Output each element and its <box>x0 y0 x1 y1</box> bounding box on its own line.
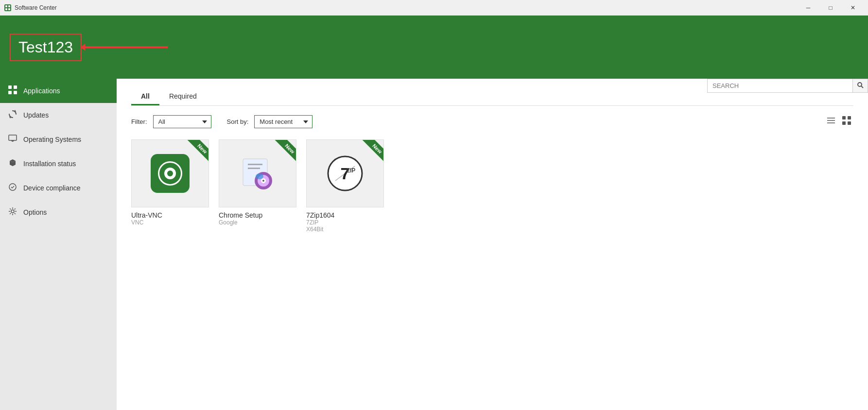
username-box: Test123 <box>10 34 82 61</box>
svg-rect-25 <box>848 116 851 120</box>
new-badge-ultra-vnc <box>177 139 209 171</box>
svg-rect-24 <box>842 116 846 120</box>
svg-marker-6 <box>80 44 85 51</box>
svg-rect-11 <box>9 135 17 140</box>
svg-rect-2 <box>8 5 10 7</box>
sidebar-item-applications[interactable]: Applications <box>0 79 117 103</box>
svg-rect-26 <box>842 121 846 125</box>
app-sub-7zip-1: 7ZIP <box>306 219 384 226</box>
app-card-ultra-vnc[interactable]: Ultra-VNC VNC <box>131 139 209 233</box>
app-grid: Ultra-VNC VNC <box>131 139 853 233</box>
app-sub-chrome: Google <box>219 219 296 226</box>
main-area: Applications Updates Operat <box>0 79 868 410</box>
sidebar-item-installation[interactable]: Installation status <box>0 152 117 176</box>
svg-rect-7 <box>8 85 12 89</box>
app-sub-ultra-vnc: VNC <box>131 219 209 226</box>
sidebar-item-operating-systems[interactable]: Operating Systems <box>0 127 117 152</box>
app-image-7zip: 7 ZIP <box>306 139 384 207</box>
tab-all[interactable]: All <box>131 88 159 105</box>
os-icon <box>8 134 17 145</box>
titlebar: Software Center ─ □ ✕ <box>0 0 868 16</box>
filter-label: Filter: <box>131 118 147 125</box>
applications-icon <box>8 85 17 96</box>
svg-rect-10 <box>14 91 17 94</box>
sidebar-label-installation: Installation status <box>23 160 76 168</box>
svg-point-34 <box>262 180 264 182</box>
grid-view-button[interactable] <box>840 114 853 130</box>
list-view-button[interactable] <box>824 114 838 130</box>
svg-line-20 <box>861 86 863 88</box>
username-label: Test123 <box>18 38 73 56</box>
filter-select[interactable]: All Required Available <box>153 115 211 128</box>
svg-rect-9 <box>8 91 12 94</box>
search-container <box>707 79 868 93</box>
app-card-7zip[interactable]: 7 ZIP 7Zip1604 7ZIP X64Bit <box>306 139 384 233</box>
compliance-icon <box>8 183 17 193</box>
app-card-chrome[interactable]: Chrome Setup Google <box>219 139 296 233</box>
svg-point-35 <box>256 173 263 179</box>
search-input[interactable] <box>707 79 853 93</box>
app-icon <box>4 4 12 12</box>
app-image-chrome <box>219 139 296 207</box>
svg-rect-30 <box>248 168 260 169</box>
sortby-label: Sort by: <box>227 118 249 125</box>
toolbar-left: Filter: All Required Available Sort by: … <box>131 115 312 128</box>
app-name-ultra-vnc: Ultra-VNC <box>131 211 209 219</box>
content-area: All Required Filter: All Required Availa… <box>117 79 868 410</box>
new-badge-7zip <box>352 139 384 171</box>
sidebar-label-updates: Updates <box>23 111 49 119</box>
new-badge-chrome <box>264 139 296 171</box>
app-image-ultra-vnc <box>131 139 209 207</box>
installation-icon <box>8 158 17 169</box>
green-header: Test123 <box>0 16 868 79</box>
updates-icon <box>8 110 17 120</box>
svg-rect-1 <box>5 5 7 7</box>
app-name-7zip: 7Zip1604 <box>306 211 384 219</box>
titlebar-left: Software Center <box>4 4 57 12</box>
sidebar-item-updates[interactable]: Updates <box>0 103 117 127</box>
tab-required[interactable]: Required <box>159 88 207 105</box>
sidebar-item-compliance[interactable]: Device compliance <box>0 176 117 200</box>
svg-rect-8 <box>14 85 17 89</box>
sidebar: Applications Updates Operat <box>0 79 117 410</box>
close-button[interactable]: ✕ <box>842 0 864 16</box>
svg-point-19 <box>858 83 862 86</box>
view-toggle <box>824 114 853 130</box>
svg-rect-27 <box>848 121 851 125</box>
sidebar-label-os: Operating Systems <box>23 136 81 143</box>
minimize-button[interactable]: ─ <box>797 0 819 16</box>
svg-rect-29 <box>248 164 262 165</box>
window-controls: ─ □ ✕ <box>797 0 864 16</box>
app-name-chrome: Chrome Setup <box>219 211 296 219</box>
toolbar: Filter: All Required Available Sort by: … <box>131 114 853 130</box>
options-icon <box>8 207 17 218</box>
sidebar-item-options[interactable]: Options <box>0 200 117 224</box>
sidebar-label-compliance: Device compliance <box>23 184 81 192</box>
maximize-button[interactable]: □ <box>819 0 842 16</box>
sidebar-label-options: Options <box>23 208 47 216</box>
app-sub-7zip-2: X64Bit <box>306 226 384 233</box>
sortby-select[interactable]: Most recent Name Publisher <box>254 115 312 128</box>
sidebar-label-applications: Applications <box>23 87 60 95</box>
search-button[interactable] <box>853 79 868 93</box>
svg-rect-4 <box>8 8 10 10</box>
svg-point-18 <box>11 210 14 213</box>
header-arrow <box>80 40 177 54</box>
window-title: Software Center <box>15 4 57 11</box>
svg-rect-3 <box>5 8 7 10</box>
